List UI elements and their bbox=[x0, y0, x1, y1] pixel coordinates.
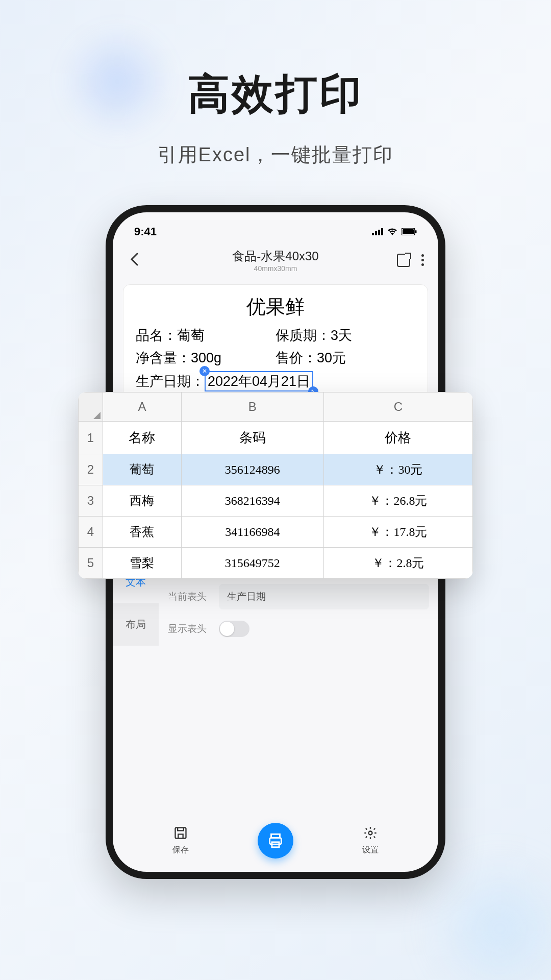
excel-row[interactable]: 4香蕉341166984￥：17.8元 bbox=[79, 517, 473, 548]
excel-col-a[interactable]: A bbox=[103, 393, 182, 422]
excel-row-num[interactable]: 5 bbox=[79, 548, 103, 579]
label-weight-label: 净含量： bbox=[136, 350, 191, 365]
label-name-label: 品名： bbox=[136, 328, 177, 343]
label-price-value[interactable]: 30元 bbox=[317, 350, 346, 365]
excel-row-num[interactable]: 4 bbox=[79, 517, 103, 548]
svg-rect-1 bbox=[375, 231, 377, 235]
svg-rect-7 bbox=[176, 828, 186, 839]
excel-row-num[interactable]: 2 bbox=[79, 454, 103, 485]
back-button[interactable] bbox=[125, 247, 143, 273]
svg-rect-0 bbox=[372, 233, 374, 235]
settings-button[interactable]: 设置 bbox=[362, 826, 379, 855]
battery-icon bbox=[402, 225, 417, 238]
show-header-toggle[interactable] bbox=[219, 621, 249, 637]
excel-cell[interactable]: 香蕉 bbox=[103, 517, 182, 548]
save-button[interactable]: 保存 bbox=[172, 826, 189, 855]
excel-cell[interactable]: ￥：26.8元 bbox=[323, 485, 472, 517]
bottom-bar: 保存 设置 bbox=[113, 823, 438, 859]
svg-point-11 bbox=[368, 831, 372, 835]
excel-corner[interactable] bbox=[79, 393, 103, 422]
svg-rect-3 bbox=[381, 228, 383, 235]
svg-rect-5 bbox=[403, 229, 414, 234]
excel-row-1[interactable]: 1 bbox=[79, 422, 103, 454]
excel-header-name[interactable]: 名称 bbox=[103, 422, 182, 454]
bg-accent-2 bbox=[423, 852, 551, 980]
nav-title-block: 食品-水果40x30 40mmx30mm bbox=[232, 248, 318, 273]
label-brand[interactable]: 优果鲜 bbox=[136, 294, 415, 320]
fullscreen-icon[interactable] bbox=[397, 254, 410, 267]
excel-cell[interactable]: 315649752 bbox=[181, 548, 323, 579]
headline-subtitle: 引用Excel，一键批量打印 bbox=[0, 142, 551, 168]
label-date-value[interactable]: 2022年04月21日 bbox=[208, 374, 310, 389]
excel-table: A B C 1 名称 条码 价格 2葡萄356124896￥：30元3西梅368… bbox=[78, 392, 473, 579]
wifi-icon bbox=[387, 225, 397, 238]
excel-cell[interactable]: 葡萄 bbox=[103, 454, 182, 485]
label-price-label: 售价： bbox=[276, 350, 317, 365]
save-icon bbox=[172, 826, 189, 844]
current-header-label: 当前表头 bbox=[168, 590, 209, 603]
more-icon[interactable] bbox=[419, 252, 426, 268]
excel-col-c[interactable]: C bbox=[323, 393, 472, 422]
save-label: 保存 bbox=[172, 845, 189, 855]
settings-label: 设置 bbox=[362, 845, 379, 855]
label-date-label: 生产日期： bbox=[136, 372, 205, 390]
excel-row[interactable]: 3西梅368216394￥：26.8元 bbox=[79, 485, 473, 517]
nav-bar: 食品-水果40x30 40mmx30mm bbox=[113, 242, 438, 280]
label-shelf-value[interactable]: 3天 bbox=[331, 328, 352, 343]
nav-title: 食品-水果40x30 bbox=[232, 248, 318, 264]
status-bar: 9:41 bbox=[113, 212, 438, 242]
excel-cell[interactable]: ￥：30元 bbox=[323, 454, 472, 485]
excel-cell[interactable]: 356124896 bbox=[181, 454, 323, 485]
print-icon bbox=[267, 832, 284, 849]
nav-subtitle: 40mmx30mm bbox=[232, 264, 318, 273]
excel-row[interactable]: 2葡萄356124896￥：30元 bbox=[79, 454, 473, 485]
current-header-field[interactable]: 生产日期 bbox=[219, 584, 429, 609]
excel-overlay: A B C 1 名称 条码 价格 2葡萄356124896￥：30元3西梅368… bbox=[78, 392, 473, 579]
svg-rect-6 bbox=[415, 230, 417, 233]
excel-cell[interactable]: 西梅 bbox=[103, 485, 182, 517]
print-button[interactable] bbox=[258, 823, 293, 859]
signal-icon bbox=[372, 225, 383, 238]
excel-row[interactable]: 5雪梨315649752￥：2.8元 bbox=[79, 548, 473, 579]
excel-cell[interactable]: 368216394 bbox=[181, 485, 323, 517]
excel-row-num[interactable]: 3 bbox=[79, 485, 103, 517]
excel-cell[interactable]: 341166984 bbox=[181, 517, 323, 548]
excel-header-barcode[interactable]: 条码 bbox=[181, 422, 323, 454]
gear-icon bbox=[362, 826, 379, 844]
excel-cell[interactable]: 雪梨 bbox=[103, 548, 182, 579]
excel-cell[interactable]: ￥：2.8元 bbox=[323, 548, 472, 579]
current-header-value: 生产日期 bbox=[227, 590, 266, 603]
status-time: 9:41 bbox=[134, 225, 157, 238]
label-date-selected[interactable]: ✕ 2022年04月21日 ⤡ bbox=[205, 371, 313, 391]
side-tab-layout[interactable]: 布局 bbox=[113, 603, 159, 646]
status-icons bbox=[372, 225, 417, 238]
excel-header-price[interactable]: 价格 bbox=[323, 422, 472, 454]
svg-rect-2 bbox=[378, 230, 380, 235]
label-weight-value[interactable]: 300g bbox=[191, 350, 221, 365]
label-shelf-label: 保质期： bbox=[276, 328, 331, 343]
bg-accent bbox=[61, 26, 173, 138]
delete-handle-icon[interactable]: ✕ bbox=[199, 366, 210, 376]
excel-cell[interactable]: ￥：17.8元 bbox=[323, 517, 472, 548]
label-name-value[interactable]: 葡萄 bbox=[177, 328, 205, 343]
excel-col-b[interactable]: B bbox=[181, 393, 323, 422]
show-header-label: 显示表头 bbox=[168, 622, 209, 635]
